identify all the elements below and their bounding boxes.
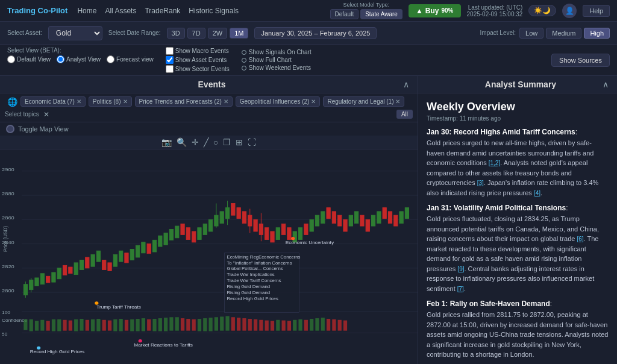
topic-price-trends-close[interactable]: ✕ xyxy=(224,98,228,105)
svg-rect-61 xyxy=(282,224,286,234)
analyst-entry-jan30-body: Gold prices surged to new all-time highs… xyxy=(427,138,609,198)
svg-rect-48 xyxy=(209,219,213,231)
show-signals[interactable]: Show Signals On Chart xyxy=(242,49,312,55)
view-analyst[interactable]: Analyst View xyxy=(57,55,101,63)
svg-rect-77 xyxy=(371,215,375,226)
svg-rect-104 xyxy=(86,320,89,331)
chart-line-icon[interactable]: ╱ xyxy=(204,137,208,147)
impact-high[interactable]: High xyxy=(584,28,610,39)
svg-rect-98 xyxy=(52,319,55,331)
topic-politics[interactable]: Politics (8) ✕ xyxy=(89,96,132,107)
signals-radio xyxy=(242,50,246,55)
chart-copy-icon[interactable]: ❐ xyxy=(223,137,231,147)
topic-regulatory[interactable]: Regulatory and Legal (1) ✕ xyxy=(323,96,404,107)
svg-text:Market Reactions to Tariffs: Market Reactions to Tariffs xyxy=(134,342,193,347)
svg-rect-76 xyxy=(366,219,369,231)
impact-low[interactable]: Low xyxy=(519,28,543,39)
dr-3d[interactable]: 3D xyxy=(167,28,185,39)
model-buttons: Default State Aware xyxy=(330,9,402,19)
nav-historic-signals[interactable]: Historic Signals xyxy=(189,7,239,15)
view-forecast[interactable]: Forecast view xyxy=(107,55,154,63)
nav-traderank[interactable]: TradeRank xyxy=(145,7,180,15)
ref-link-1[interactable]: [1,2] xyxy=(489,160,500,166)
model-default-btn[interactable]: Default xyxy=(330,9,359,19)
user-icon[interactable]: 👤 xyxy=(562,4,577,18)
chart-camera-icon[interactable]: 📷 xyxy=(161,137,172,147)
svg-text:EcoMining RegEconomic Concerns: EcoMining RegEconomic Concerns xyxy=(227,254,300,259)
topic-economic-close[interactable]: ✕ xyxy=(77,98,81,105)
theme-toggle-btn[interactable]: ☀️🌙 xyxy=(528,5,556,16)
show-sources-btn[interactable]: Show Sources xyxy=(551,54,610,67)
events-panel-header: Events ∧ xyxy=(0,76,418,93)
asset-selector[interactable]: Gold xyxy=(48,26,102,40)
svg-rect-101 xyxy=(69,321,72,331)
topic-geopolitical[interactable]: Geopolitical Influences (2) ✕ xyxy=(236,96,321,107)
ref-link-5[interactable]: [9] xyxy=(457,266,464,272)
svg-rect-139 xyxy=(282,321,286,331)
ref-link-2[interactable]: [3] xyxy=(477,180,484,186)
check-asset[interactable]: Show Asset Events xyxy=(166,56,230,64)
chart-shape-icon[interactable]: ○ xyxy=(213,137,218,147)
select-topics-link[interactable]: Select topics xyxy=(5,111,39,118)
svg-rect-105 xyxy=(91,319,95,331)
svg-rect-147 xyxy=(327,319,330,331)
svg-rect-113 xyxy=(136,319,139,331)
svg-rect-124 xyxy=(198,319,201,331)
analyst-chevron-icon[interactable]: ∧ xyxy=(603,80,609,89)
check-macro[interactable]: Show Macro Events xyxy=(166,47,230,55)
weekend-radio xyxy=(242,66,246,71)
dr-7d[interactable]: 7D xyxy=(187,28,205,39)
dr-2w[interactable]: 2W xyxy=(208,28,228,39)
date-display: January 30, 2025 – February 6, 2025 xyxy=(254,27,377,39)
nav-all-assets[interactable]: All Assets xyxy=(105,7,136,15)
svg-text:2900: 2900 xyxy=(2,166,14,172)
last-updated-label: Last updated: (UTC) xyxy=(467,4,523,11)
globe-icon[interactable]: 🌐 xyxy=(7,97,17,107)
svg-rect-126 xyxy=(209,318,213,331)
topic-price-trends[interactable]: Price Trends and Forecasts (2) ✕ xyxy=(135,96,233,107)
weekly-overview-title: Weekly Overview xyxy=(427,101,609,113)
svg-rect-37 xyxy=(147,244,151,254)
topic-geopolitical-close[interactable]: ✕ xyxy=(311,98,316,105)
ref-link-6[interactable]: [7] xyxy=(457,286,464,292)
chart-grid-icon[interactable]: ⊞ xyxy=(236,137,243,147)
toggle-map-dot[interactable] xyxy=(6,125,14,133)
chart-crosshair-icon[interactable]: ✛ xyxy=(192,137,199,147)
svg-rect-97 xyxy=(46,321,50,331)
ref-link-3[interactable]: [4] xyxy=(534,190,540,196)
view-default[interactable]: Default View xyxy=(7,55,51,63)
show-full-chart[interactable]: Show Full Chart xyxy=(242,57,312,63)
topic-politics-close[interactable]: ✕ xyxy=(123,98,128,105)
svg-rect-138 xyxy=(276,320,280,331)
buy-arrow-icon: ▲ xyxy=(416,7,423,15)
chart-area: 📷 🔍 ✛ ╱ ○ ❐ ⊞ ⛶ .grid-line { stroke: #2a… xyxy=(0,136,418,364)
svg-rect-52 xyxy=(231,203,235,215)
ref-link-4[interactable]: [6] xyxy=(577,236,583,242)
main-content: Events ∧ 🌐 Economic Data (7) ✕ Politics … xyxy=(0,76,617,364)
topic-economic[interactable]: Economic Data (7) ✕ xyxy=(20,96,86,107)
impact-medium[interactable]: Medium xyxy=(546,28,581,39)
help-button[interactable]: Help xyxy=(583,5,610,17)
svg-rect-34 xyxy=(130,249,134,260)
buy-button[interactable]: ▲ Buy 90% xyxy=(409,4,461,17)
model-state-aware-btn[interactable]: State Aware xyxy=(360,9,402,19)
chart-zoom-in-icon[interactable]: 🔍 xyxy=(177,137,187,147)
topic-politics-label: Politics (8) xyxy=(93,98,121,105)
events-chevron-icon[interactable]: ∧ xyxy=(403,80,409,89)
chart-fullscreen-icon[interactable]: ⛶ xyxy=(248,137,256,147)
check-sector[interactable]: Show Sector Events xyxy=(166,65,230,73)
chart-svg-container: .grid-line { stroke: #2a3048; stroke-wid… xyxy=(0,149,418,360)
svg-rect-20 xyxy=(52,272,55,282)
topics-clear-icon[interactable]: ✕ xyxy=(43,110,49,119)
show-weekend[interactable]: Show Weekend Events xyxy=(242,64,312,71)
topic-geopolitical-label: Geopolitical Influences (2) xyxy=(240,98,310,105)
dr-1m[interactable]: 1M xyxy=(230,28,248,39)
nav-home[interactable]: Home xyxy=(77,7,96,15)
svg-rect-114 xyxy=(142,318,145,331)
all-topics-btn[interactable]: All xyxy=(396,110,413,119)
model-select: Select Model Type: Default State Aware xyxy=(330,2,402,19)
events-panel: Events ∧ 🌐 Economic Data (7) ✕ Politics … xyxy=(0,76,418,364)
topic-regulatory-close[interactable]: ✕ xyxy=(395,98,400,105)
svg-rect-70 xyxy=(332,212,336,224)
view-radio-row: Default View Analyst View Forecast view xyxy=(7,55,154,63)
